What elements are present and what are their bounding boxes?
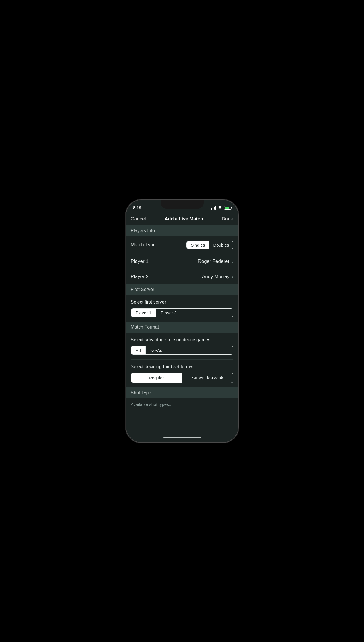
player2-chevron-icon: › bbox=[232, 274, 233, 279]
player2-value-container: Andy Murray › bbox=[202, 274, 233, 280]
third-set-label: Select deciding third set format bbox=[131, 364, 233, 369]
regular-segment[interactable]: Regular bbox=[131, 373, 182, 383]
ad-segment[interactable]: Ad bbox=[131, 346, 145, 354]
player2-value: Andy Murray bbox=[202, 274, 229, 280]
singles-segment[interactable]: Singles bbox=[187, 241, 209, 249]
player2-server-segment[interactable]: Player 2 bbox=[156, 309, 181, 317]
content-area: Players Info Match Type Singles Doubles … bbox=[126, 225, 238, 432]
deuce-rule-label: Select advantage rule on deuce games bbox=[131, 337, 233, 342]
doubles-segment[interactable]: Doubles bbox=[209, 241, 233, 249]
wifi-icon bbox=[218, 205, 222, 210]
first-server-section: Select first server Player 1 Player 2 bbox=[126, 295, 238, 322]
phone-frame: 8:19 bbox=[126, 200, 238, 442]
shot-type-section: Available shot types... bbox=[126, 398, 238, 410]
players-info-section: Match Type Singles Doubles Player 1 Roge… bbox=[126, 236, 238, 284]
player1-row[interactable]: Player 1 Roger Federer › bbox=[126, 254, 238, 269]
player1-value-container: Roger Federer › bbox=[198, 259, 233, 264]
battery-icon bbox=[224, 206, 231, 210]
status-icons bbox=[211, 205, 231, 210]
player1-label: Player 1 bbox=[131, 259, 149, 264]
player1-chevron-icon: › bbox=[232, 259, 233, 264]
phone-screen: 8:19 bbox=[126, 200, 238, 442]
super-tiebreak-segment[interactable]: Super Tie-Break bbox=[182, 373, 233, 383]
match-format-header: Match Format bbox=[126, 322, 238, 333]
first-server-segmented[interactable]: Player 1 Player 2 bbox=[131, 308, 233, 317]
shot-type-header: Shot Type bbox=[126, 387, 238, 398]
home-bar bbox=[163, 437, 201, 438]
first-server-header: First Server bbox=[126, 284, 238, 295]
match-type-row: Match Type Singles Doubles bbox=[126, 236, 238, 254]
third-set-segmented[interactable]: Regular Super Tie-Break bbox=[131, 373, 233, 383]
select-server-label: Select first server bbox=[131, 300, 233, 305]
match-type-label: Match Type bbox=[131, 242, 156, 248]
signal-icon bbox=[211, 206, 216, 210]
format-divider bbox=[131, 359, 233, 360]
nav-title: Add a Live Match bbox=[164, 216, 203, 222]
status-time: 8:19 bbox=[133, 205, 141, 210]
shot-type-hint: Available shot types... bbox=[131, 402, 173, 407]
nav-bar: Cancel Add a Live Match Done bbox=[126, 213, 238, 225]
players-info-header: Players Info bbox=[126, 225, 238, 236]
no-ad-segment[interactable]: No-Ad bbox=[145, 346, 167, 354]
player1-server-segment[interactable]: Player 1 bbox=[131, 309, 156, 317]
match-format-section: Select advantage rule on deuce games Ad … bbox=[126, 333, 238, 387]
home-indicator bbox=[126, 432, 238, 442]
player1-value: Roger Federer bbox=[198, 259, 230, 264]
match-type-segmented[interactable]: Singles Doubles bbox=[186, 241, 233, 249]
deuce-segmented[interactable]: Ad No-Ad bbox=[131, 346, 233, 355]
player2-row[interactable]: Player 2 Andy Murray › bbox=[126, 269, 238, 284]
done-button[interactable]: Done bbox=[222, 216, 233, 222]
player2-label: Player 2 bbox=[131, 274, 149, 280]
cancel-button[interactable]: Cancel bbox=[131, 216, 146, 222]
notch bbox=[161, 200, 204, 209]
